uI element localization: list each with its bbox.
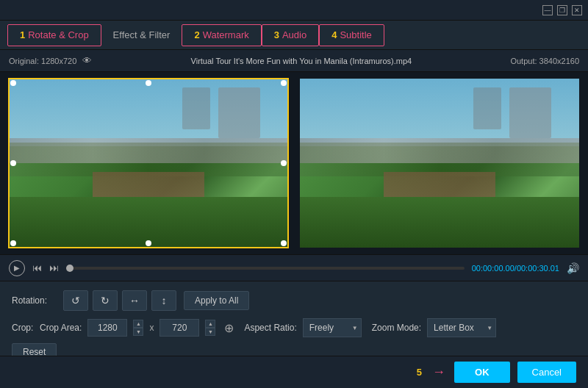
crop-handle-br[interactable] <box>281 240 287 246</box>
output-resolution: Output: 3840x2160 <box>510 57 579 65</box>
tab-effect-filter[interactable]: Effect & Filter <box>101 21 182 50</box>
minimize-button[interactable]: — <box>542 5 553 15</box>
time-total: 00:00:30.01 <box>517 264 559 273</box>
time-display: 00:00:00.00/00:00:30.01 <box>472 264 559 273</box>
tab-num-1: 1 <box>20 29 25 40</box>
crop-width-input[interactable] <box>87 319 127 337</box>
zoom-mode-select-wrap[interactable]: Letter Box Pan & Scan Full <box>427 318 496 337</box>
playback-bar: ▶ ⏮ ⏭ 00:00:00.00/00:00:30.01 🔊 <box>0 254 588 281</box>
zoom-mode-label: Zoom Mode: <box>372 323 421 333</box>
aspect-ratio-label: Aspect Ratio: <box>244 323 296 333</box>
cancel-button[interactable]: Cancel <box>517 362 576 383</box>
crop-label: Crop: <box>12 323 34 333</box>
aspect-ratio-select[interactable]: Freely 16:9 4:3 1:1 9:16 <box>303 318 362 337</box>
rotation-label: Rotation: <box>12 295 56 306</box>
crop-area-label: Crop Area: <box>40 323 82 333</box>
rotation-row: Rotation: ↺ ↻ ↔ ↕ Apply to All <box>12 290 576 311</box>
crop-handle-tr[interactable] <box>281 80 287 86</box>
tab-rotate-crop[interactable]: 1 Rotate & Crop <box>7 24 101 46</box>
eye-icon[interactable]: 👁 <box>82 55 92 66</box>
tab-label-watermark: Watermark <box>203 29 249 40</box>
crop-center-icon[interactable]: ⊕ <box>224 321 234 335</box>
crop-handle-mr[interactable] <box>281 160 287 166</box>
source-video-thumb <box>9 79 288 248</box>
volume-icon[interactable]: 🔊 <box>567 262 579 274</box>
crop-handle-tm[interactable] <box>146 80 151 86</box>
tab-bar: 1 Rotate & Crop Effect & Filter 2 Waterm… <box>0 21 588 50</box>
play-button[interactable]: ▶ <box>9 260 25 276</box>
crop-height-input[interactable] <box>159 319 199 337</box>
tab-num-2: 2 <box>194 29 199 40</box>
step-num-5: 5 <box>417 367 422 378</box>
tab-audio[interactable]: 3 Audio <box>262 24 319 46</box>
window-controls: — ❐ ✕ <box>542 5 582 15</box>
flip-horizontal-button[interactable]: ↔ <box>122 290 147 311</box>
crop-handle-ml[interactable] <box>10 160 16 166</box>
height-up-button[interactable]: ▲ <box>205 320 215 328</box>
tab-label-effect-filter: Effect & Filter <box>113 29 171 40</box>
time-current: 00:00:00.00 <box>472 264 514 273</box>
progress-bar[interactable] <box>66 267 465 270</box>
close-button[interactable]: ✕ <box>572 5 582 15</box>
title-bar: — ❐ ✕ <box>0 0 588 21</box>
tab-watermark[interactable]: 2 Watermark <box>182 24 261 46</box>
crop-row: Crop: Crop Area: ▲ ▼ x ▲ ▼ ⊕ Aspect Rati… <box>12 318 576 337</box>
tab-label-subtitle: Subtitle <box>340 29 371 40</box>
info-bar: Original: 1280x720 👁 Virtual Tour It's M… <box>0 50 588 72</box>
zoom-mode-select[interactable]: Letter Box Pan & Scan Full <box>427 318 496 337</box>
output-video-thumb <box>300 79 579 248</box>
height-spinners: ▲ ▼ <box>205 320 215 336</box>
tab-label-rotate-crop: Rotate & Crop <box>28 29 88 40</box>
skip-back-button[interactable]: ⏮ <box>32 262 42 273</box>
height-down-button[interactable]: ▼ <box>205 328 215 336</box>
width-spinners: ▲ ▼ <box>133 320 143 336</box>
aspect-ratio-select-wrap[interactable]: Freely 16:9 4:3 1:1 9:16 <box>303 318 362 337</box>
preview-area <box>0 72 588 254</box>
width-up-button[interactable]: ▲ <box>133 320 143 328</box>
tab-num-3: 3 <box>274 29 279 40</box>
x-separator: x <box>149 323 154 333</box>
rotate-left-button[interactable]: ↺ <box>63 290 88 311</box>
skip-forward-button[interactable]: ⏭ <box>49 262 59 273</box>
apply-to-all-button[interactable]: Apply to All <box>184 291 249 310</box>
original-resolution: Original: 1280x720 <box>9 57 76 65</box>
restore-button[interactable]: ❐ <box>557 5 567 15</box>
flip-vertical-button[interactable]: ↕ <box>151 290 176 311</box>
tab-num-4: 4 <box>331 29 337 40</box>
output-video-panel[interactable] <box>300 79 579 248</box>
rotation-buttons: ↺ ↻ ↔ ↕ <box>63 290 176 311</box>
crop-handle-bl[interactable] <box>10 240 16 246</box>
progress-dot[interactable] <box>66 265 74 272</box>
tab-subtitle[interactable]: 4 Subtitle <box>319 24 384 46</box>
filename-display: Virtual Tour It's More Fun with You in M… <box>191 57 412 65</box>
arrow-icon: → <box>432 364 445 380</box>
source-video-panel[interactable] <box>9 79 288 248</box>
crop-handle-tl[interactable] <box>10 80 16 86</box>
original-info: Original: 1280x720 👁 <box>9 55 92 66</box>
crop-handle-bm[interactable] <box>146 240 151 246</box>
ok-button[interactable]: OK <box>454 362 510 383</box>
width-down-button[interactable]: ▼ <box>133 328 143 336</box>
footer: 5 → OK Cancel <box>0 356 588 388</box>
tab-label-audio: Audio <box>282 29 306 40</box>
rotate-right-button[interactable]: ↻ <box>93 290 118 311</box>
